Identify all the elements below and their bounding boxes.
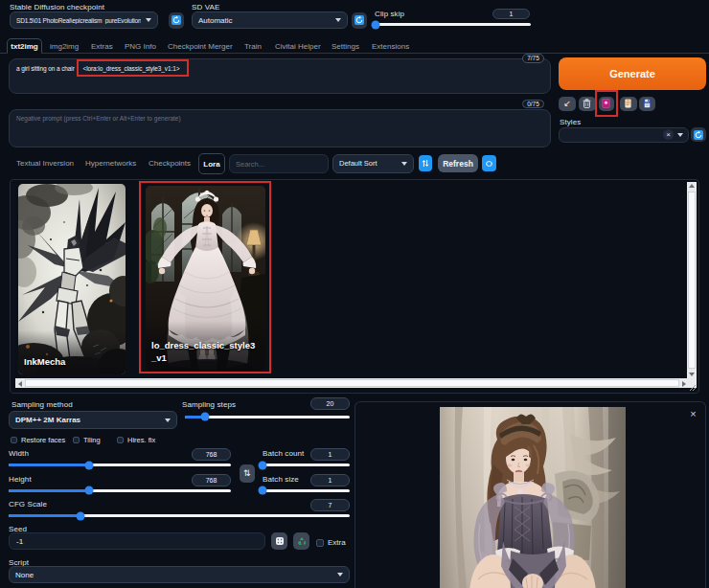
random-seed-button[interactable]	[271, 532, 287, 550]
tab-checkpoint-merger[interactable]: Checkpoint Merger	[168, 38, 233, 54]
batch-count-value[interactable]: 1	[310, 448, 350, 461]
tab-hypernetworks[interactable]: Hypernetworks	[85, 159, 136, 168]
extra-seed-option[interactable]: Extra	[316, 538, 346, 547]
save-style-button[interactable]	[639, 97, 655, 112]
resize-grip[interactable]	[687, 378, 697, 388]
tab-lora[interactable]: Lora	[198, 153, 225, 174]
checkpoint-dropdown[interactable]: SD1.5\01 PhotoReal\epicrealism_pureEvolu…	[10, 11, 158, 29]
batch-count-slider[interactable]	[263, 464, 350, 466]
width-label: Width	[9, 449, 29, 458]
extra-seed-checkbox[interactable]	[316, 539, 324, 547]
tiling-option[interactable]: Tiling	[73, 436, 101, 444]
tab-train[interactable]: Train	[244, 38, 262, 54]
tab-png-info[interactable]: PNG Info	[125, 38, 156, 54]
scroll-left-arrow[interactable]	[18, 381, 22, 387]
chevron-down-icon	[401, 162, 407, 166]
batch-size-value[interactable]: 1	[310, 474, 350, 486]
slider-fill	[9, 514, 80, 517]
vae-label: SD VAE	[192, 3, 219, 11]
styles-label: Styles	[560, 118, 581, 126]
tab-settings[interactable]: Settings	[332, 38, 359, 54]
refresh-networks-button[interactable]: Refresh	[438, 154, 478, 172]
horizontal-scrollbar[interactable]	[15, 378, 689, 388]
hires-fix-checkbox[interactable]	[117, 437, 124, 443]
clip-skip-value[interactable]: 1	[492, 9, 530, 19]
reuse-seed-button[interactable]	[293, 532, 309, 550]
refresh-loop-button[interactable]	[482, 155, 496, 171]
cfg-scale-value[interactable]: 7	[310, 499, 350, 511]
sampling-method-dropdown[interactable]: DPM++ 2M Karras	[9, 411, 177, 429]
swap-dimensions-button[interactable]: ⇅	[240, 464, 256, 484]
swap-arrows-icon: ⇅	[243, 468, 251, 478]
width-slider[interactable]	[9, 464, 231, 466]
extra-seed-label: Extra	[328, 538, 346, 547]
height-value[interactable]: 768	[192, 474, 231, 486]
paste-button[interactable]: ↙	[559, 97, 576, 112]
tab-extensions[interactable]: Extensions	[372, 38, 409, 54]
tab-extras[interactable]: Extras	[91, 38, 113, 54]
search-input[interactable]: Search...	[229, 154, 329, 173]
slider-handle[interactable]	[84, 486, 93, 495]
sort-direction-button[interactable]	[419, 155, 432, 171]
extra-networks-button[interactable]	[599, 97, 614, 112]
script-dropdown[interactable]: None	[9, 566, 350, 583]
refresh-styles-button[interactable]	[691, 127, 706, 142]
tab-civitai-helper[interactable]: Civitai Helper	[275, 38, 321, 54]
vertical-scrollbar-thumb[interactable]	[688, 192, 696, 369]
refresh-icon	[172, 15, 181, 25]
horizontal-scrollbar-thumb[interactable]	[25, 379, 679, 387]
scroll-down-arrow[interactable]	[689, 373, 695, 376]
lora-card-inkmecha[interactable]: InkMecha	[18, 184, 126, 374]
slider-handle[interactable]	[84, 461, 93, 469]
chevron-down-icon	[335, 18, 341, 22]
scroll-right-arrow[interactable]	[682, 381, 686, 387]
hires-fix-option[interactable]: Hires. fix	[117, 436, 155, 444]
extra-networks-gallery: InkMecha	[10, 179, 699, 394]
restore-faces-checkbox[interactable]	[11, 437, 17, 443]
slider-handle[interactable]	[372, 20, 380, 29]
tab-textual-inversion[interactable]: Textual Inversion	[16, 159, 74, 168]
vertical-scrollbar[interactable]	[687, 182, 697, 378]
seed-input[interactable]: -1	[9, 532, 265, 550]
sampling-steps-value[interactable]: 20	[310, 397, 350, 410]
stable-diffusion-webui: Stable Diffusion checkpoint SD1.5\01 Pho…	[0, 0, 709, 588]
slider-handle[interactable]	[259, 486, 267, 495]
tab-img2img[interactable]: img2img	[50, 38, 79, 54]
prompt-textarea[interactable]: a girl sitting on a chair <lora:lo_dress…	[9, 58, 551, 94]
tiling-checkbox[interactable]	[73, 437, 80, 443]
refresh-vae-button[interactable]	[352, 12, 367, 29]
slider-handle[interactable]	[200, 413, 209, 421]
restore-faces-option[interactable]: Restore faces	[11, 436, 65, 444]
scroll-up-arrow[interactable]	[689, 184, 695, 188]
sort-dropdown[interactable]: Default Sort	[332, 154, 414, 173]
apply-styles-button[interactable]	[620, 97, 637, 112]
tab-checkpoints[interactable]: Checkpoints	[149, 159, 191, 168]
chevron-down-icon	[337, 573, 343, 577]
clear-styles-icon[interactable]: ×	[663, 129, 674, 140]
styles-dropdown[interactable]: ×	[559, 127, 689, 143]
slider-fill	[9, 489, 89, 492]
height-label: Height	[9, 475, 32, 484]
width-value[interactable]: 768	[192, 448, 231, 461]
negative-prompt-textarea[interactable]: Negative prompt (press Ctrl+Enter or Alt…	[9, 109, 551, 147]
clear-prompt-button[interactable]	[579, 97, 596, 112]
vae-dropdown[interactable]: Automatic	[192, 11, 348, 29]
generate-button[interactable]: Generate	[559, 57, 706, 90]
sampling-steps-slider[interactable]	[185, 416, 350, 418]
lora-card-lo-dress[interactable]: lo_dress_classic_style3 _v1	[146, 186, 265, 371]
close-image-button[interactable]: ×	[688, 408, 698, 418]
height-slider[interactable]	[9, 489, 231, 492]
clip-skip-slider[interactable]	[376, 23, 531, 26]
hires-fix-label: Hires. fix	[127, 436, 155, 444]
restore-faces-label: Restore faces	[21, 436, 65, 444]
refresh-checkpoint-button[interactable]	[169, 12, 184, 29]
cfg-scale-slider[interactable]	[9, 514, 350, 517]
generated-image[interactable]	[440, 407, 626, 588]
batch-size-slider[interactable]	[263, 489, 350, 492]
main-tabs: txt2img img2img Extras PNG Info Checkpoi…	[0, 38, 709, 54]
tab-txt2img[interactable]: txt2img	[7, 38, 42, 54]
slider-handle[interactable]	[76, 511, 84, 520]
slider-handle[interactable]	[259, 461, 267, 469]
clip-skip-label: Clip skip	[375, 10, 404, 18]
generated-girl-image	[440, 407, 626, 588]
